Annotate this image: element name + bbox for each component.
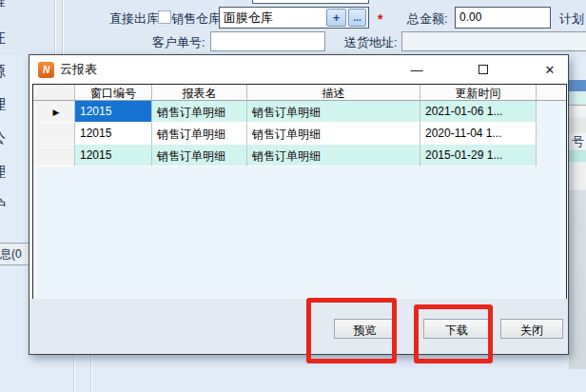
- background-strip-cyan: [569, 92, 586, 104]
- partial-field-above: [252, 0, 369, 4]
- background-strip-gray: [569, 118, 586, 132]
- direct-outbound-checkbox[interactable]: [158, 10, 171, 24]
- sales-warehouse-label: 销售仓库:: [171, 10, 225, 28]
- sidebar-item-partial-5[interactable]: 理: [0, 164, 16, 182]
- customer-order-field[interactable]: [210, 31, 325, 51]
- dialog-title: 云报表: [60, 61, 97, 78]
- plan-label: 计划: [559, 10, 584, 28]
- cell-updated[interactable]: 2021-01-06 1...: [420, 101, 537, 123]
- cell-report-name[interactable]: 销售订单明细: [152, 145, 247, 167]
- screenshot-root: { "background_form": { "row1": { "direct…: [0, 0, 586, 392]
- grid-header-row: 窗口编号 报表名 描述 更新时间: [33, 85, 566, 101]
- row-selector-cell: [33, 123, 75, 145]
- sidebar-item-partial-6[interactable]: 护: [0, 197, 16, 215]
- row-selector-cell: [33, 145, 75, 167]
- delivery-address-label: 送货地址:: [344, 34, 398, 51]
- column-header-window-id[interactable]: 窗口编号: [75, 85, 152, 100]
- customer-order-label: 客户单号:: [152, 34, 205, 51]
- row-selector-cell: ▶: [33, 101, 75, 123]
- warehouse-value: 面膜仓库: [220, 10, 326, 27]
- column-header-report-name[interactable]: 报表名: [152, 85, 247, 100]
- splitter-line[interactable]: [73, 355, 75, 392]
- cell-window-id[interactable]: 12015: [75, 145, 152, 167]
- current-row-arrow-icon: ▶: [53, 108, 60, 117]
- add-warehouse-button[interactable]: +: [326, 9, 346, 27]
- background-strip-gray: [569, 105, 586, 117]
- cell-report-name[interactable]: 销售订单明细: [152, 123, 247, 145]
- direct-outbound-label: 直接出库:: [109, 10, 163, 28]
- delivery-address-field[interactable]: [401, 31, 586, 51]
- sidebar-item-partial-0[interactable]: 程: [0, 0, 16, 10]
- table-row[interactable]: 12015 销售订单明细 销售订单明细 2020-11-04 1...: [33, 123, 566, 145]
- annotation-rect-download: [414, 304, 493, 363]
- sidebar-item-partial-2[interactable]: 源: [0, 63, 16, 81]
- background-strip-gray: [569, 163, 586, 189]
- cell-updated[interactable]: 2015-01-29 1...: [420, 145, 537, 167]
- splitter-line[interactable]: [54, 0, 56, 54]
- grid-corner-cell: [33, 85, 75, 100]
- background-strip-teal: [569, 150, 586, 162]
- message-bar-label: 消息(0: [0, 246, 22, 263]
- maximize-button[interactable]: [473, 59, 494, 80]
- browse-warehouse-button[interactable]: ...: [348, 9, 366, 27]
- minimize-button[interactable]: —: [406, 59, 427, 80]
- table-row[interactable]: ▶ 12015 销售订单明细 销售订单明细 2021-01-06 1...: [33, 101, 566, 123]
- cell-description[interactable]: 销售订单明细: [247, 101, 420, 123]
- cell-window-id[interactable]: 12015: [75, 123, 152, 145]
- background-strip-blue: [569, 80, 586, 91]
- app-logo-icon: N: [38, 62, 54, 78]
- column-header-updated[interactable]: 更新时间: [420, 85, 537, 100]
- message-bar[interactable]: 消息(0: [0, 243, 30, 265]
- total-amount-field[interactable]: 0.00: [455, 7, 551, 29]
- sidebar-item-partial-1[interactable]: 证: [0, 29, 16, 48]
- splitter-line[interactable]: [62, 0, 64, 54]
- required-asterisk: *: [378, 11, 382, 27]
- cell-description[interactable]: 销售订单明细: [247, 145, 420, 167]
- splitter-line[interactable]: [90, 355, 92, 392]
- dialog-titlebar[interactable]: N 云报表 — ✕: [29, 55, 568, 84]
- cell-description[interactable]: 销售订单明细: [247, 123, 420, 145]
- total-amount-label: 总金额:: [407, 10, 448, 28]
- cell-window-id[interactable]: 12015: [75, 101, 152, 123]
- close-dialog-button[interactable]: 关闭: [500, 319, 563, 339]
- sidebar-item-partial-4[interactable]: 公: [0, 129, 16, 147]
- background-strip-panel: [569, 190, 586, 369]
- report-grid: 窗口编号 报表名 描述 更新时间 ▶ 12015 销售订单明细 销售订单明细 2…: [32, 84, 567, 300]
- sidebar-item-partial-3[interactable]: 理: [0, 96, 16, 114]
- warehouse-combo[interactable]: 面膜仓库 + ...: [219, 7, 369, 29]
- cell-report-name[interactable]: 销售订单明细: [152, 101, 247, 123]
- background-partial-char: 号: [569, 133, 586, 149]
- annotation-rect-preview: [306, 298, 397, 363]
- table-row[interactable]: 12015 销售订单明细 销售订单明细 2015-01-29 1...: [33, 145, 566, 167]
- background-form: 直接出库: 销售仓库: 面膜仓库 + ... * 总金额: 0.00 计划 客户…: [0, 0, 586, 54]
- cell-updated[interactable]: 2020-11-04 1...: [420, 123, 537, 145]
- column-header-description[interactable]: 描述: [247, 85, 420, 100]
- close-button[interactable]: ✕: [539, 59, 560, 80]
- maximize-icon: [479, 65, 488, 74]
